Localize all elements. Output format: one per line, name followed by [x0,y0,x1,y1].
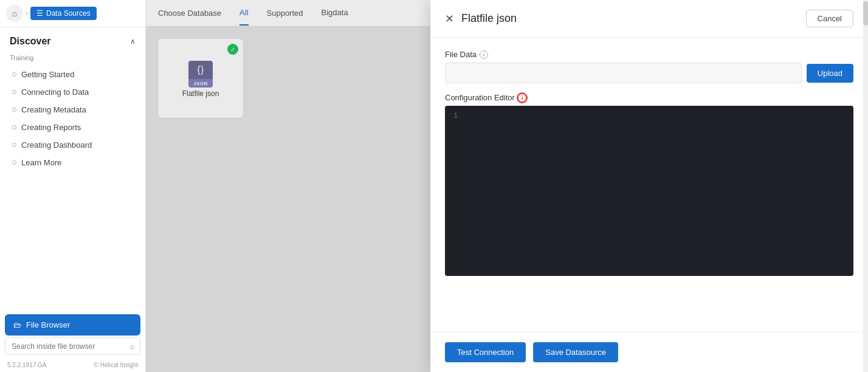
search-icon[interactable]: ⌕ [125,338,140,354]
config-editor-area[interactable]: 1 [445,106,853,276]
sidebar-item-connecting-to-data[interactable]: Connecting to Data [10,84,136,100]
nav-dot-icon [12,143,16,147]
breadcrumb-chevron-icon: › [26,9,28,18]
panel-footer: Test Connection Save Datasource [430,332,868,372]
test-connection-button[interactable]: Test Connection [445,342,526,362]
tab-all[interactable]: All [239,1,248,26]
file-data-info-icon[interactable]: i [480,50,488,59]
file-data-field: File Data i Upload [445,50,853,83]
file-browser-search-bar: ⌕ [5,337,140,355]
save-datasource-button[interactable]: Save Datasource [533,342,618,362]
sidebar-item-creating-dashboard[interactable]: Creating Dashboard [10,137,136,153]
nav-item-label: Creating Reports [21,123,81,132]
home-button[interactable]: ⌂ [6,5,23,22]
nav-dot-icon [12,90,16,94]
json-file-icon: {} JSON [185,59,216,89]
upload-button[interactable]: Upload [807,64,853,83]
card-label: Flatfile json [182,89,219,98]
nav-dot-icon [12,108,16,112]
sidebar: ⌂ › ☰ Data Sources Discover ∧ Training G… [0,0,146,372]
cancel-button[interactable]: Cancel [806,10,853,27]
datasources-icon: ☰ [36,9,43,18]
tab-supported[interactable]: Supported [267,1,303,25]
discover-title: Discover [10,36,51,47]
panel-close-button[interactable]: ✕ [445,13,454,24]
nav-dot-icon [12,125,16,129]
home-icon: ⌂ [12,9,17,18]
file-data-row: Upload [445,63,853,83]
sidebar-item-learn-more[interactable]: Learn More [10,154,136,171]
nav-item-label: Learn More [21,158,61,167]
nav-dot-icon [12,160,16,165]
discover-header: Discover ∧ [10,36,136,47]
panel-title-row: ✕ Flatfile json [445,12,517,25]
nav-list: Getting Started Connecting to Data Creat… [10,66,136,171]
search-input[interactable] [5,339,125,354]
copyright-icon: © [94,362,98,368]
breadcrumb-bar: ⌂ › ☰ Data Sources [0,0,145,27]
nav-item-label: Getting Started [21,70,74,79]
tab-bigdata[interactable]: Bigdata [322,1,348,26]
sidebar-item-creating-metadata[interactable]: Creating Metadata [10,102,136,118]
config-editor-label: Configuration Editor i [445,93,853,102]
panel-scrollbar[interactable] [863,0,868,372]
discover-chevron-icon[interactable]: ∧ [130,37,136,46]
training-label: Training [10,54,136,61]
datasources-label: Data Sources [46,9,91,18]
file-browser-icon: 🗁 [13,320,21,329]
file-data-input[interactable] [445,63,802,83]
datasources-breadcrumb[interactable]: ☰ Data Sources [30,7,97,20]
panel-header: ✕ Flatfile json Cancel [430,0,868,38]
nav-item-label: Creating Dashboard [21,140,92,150]
discover-section: Discover ∧ Training Getting Started Conn… [0,27,145,176]
nav-dot-icon [12,72,16,77]
editor-line-number: 1 [453,112,458,120]
version-bar: 5.2.2.1917 GA © Helical Insight [0,362,145,368]
right-panel: ✕ Flatfile json Cancel File Data i Uploa… [430,0,868,372]
scrollbar-thumb[interactable] [863,1,868,26]
file-data-label: File Data i [445,50,853,59]
nav-item-label: Creating Metadata [21,105,86,114]
flatfile-json-card[interactable]: ✓ {} JSON Flatfile json [158,39,243,118]
choose-database-label: Choose Database [158,9,221,18]
brand-text: © Helical Insight [94,362,138,368]
panel-title: Flatfile json [461,12,517,25]
config-editor-info-icon[interactable]: i [518,94,526,102]
file-browser-button[interactable]: 🗁 File Browser [5,314,140,336]
card-check-icon: ✓ [227,44,238,55]
file-browser-label: File Browser [26,320,70,329]
sidebar-item-getting-started[interactable]: Getting Started [10,66,136,83]
nav-item-label: Connecting to Data [21,88,89,97]
config-editor-field: Configuration Editor i 1 [445,93,853,276]
panel-body: File Data i Upload Configuration Editor … [430,38,868,332]
sidebar-item-creating-reports[interactable]: Creating Reports [10,119,136,136]
version-text: 5.2.2.1917 GA [7,362,47,368]
